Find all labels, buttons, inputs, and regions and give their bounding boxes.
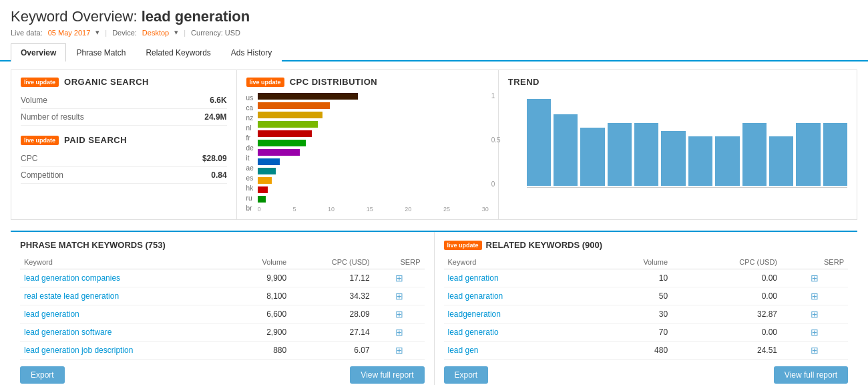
paid-search-header: live update PAID SEARCH — [21, 135, 227, 145]
phrase-match-export-button[interactable]: Export — [20, 366, 65, 384]
cpc-bar-row — [258, 158, 489, 166]
cpc-bar — [258, 186, 268, 193]
table-row: lead generation job description 880 6.07… — [20, 342, 425, 360]
cpc-value: $28.09 — [202, 154, 227, 163]
col-serp-rel: SERP — [781, 255, 848, 269]
related-serp[interactable]: ⊞ — [781, 342, 848, 360]
related-cpc: 0.00 — [672, 324, 781, 342]
related-keywords-panel: live update RELATED KEYWORDS (900) Keywo… — [435, 232, 858, 385]
related-keyword[interactable]: leadgeneration — [444, 305, 595, 324]
table-row: lead genaration 50 0.00 ⊞ — [444, 287, 849, 305]
organic-search-header: live update ORGANIC SEARCH — [21, 77, 227, 87]
cpc-bar-row — [258, 148, 489, 156]
top-panels: live update ORGANIC SEARCH Volume 6.6K N… — [11, 70, 857, 220]
cpc-bar — [258, 149, 300, 156]
table-row: lead generation software 2,900 27.14 ⊞ — [20, 324, 425, 342]
related-export-button[interactable]: Export — [444, 366, 489, 384]
cpc-bar — [258, 130, 312, 137]
related-serp[interactable]: ⊞ — [781, 324, 848, 342]
phrase-match-serp[interactable]: ⊞ — [374, 287, 425, 305]
cpc-distribution-panel: live update CPC DISTRIBUTION uscanznlfrd… — [237, 70, 499, 219]
phrase-match-keyword[interactable]: lead generation software — [20, 324, 232, 342]
cpc-bar-row — [258, 111, 489, 119]
trend-bar — [688, 136, 712, 186]
phrase-match-volume: 8,100 — [232, 287, 290, 305]
related-volume: 70 — [594, 324, 672, 342]
volume-value: 6.6K — [210, 96, 226, 105]
related-keyword[interactable]: lead gen — [444, 342, 595, 360]
cpc-label-de: de — [246, 144, 254, 152]
live-data-date[interactable]: 05 May 2017 — [48, 29, 91, 37]
related-full-report-button[interactable]: View full report — [774, 366, 848, 384]
results-label: Number of results — [21, 112, 84, 122]
tab-ads-history[interactable]: Ads History — [221, 43, 282, 61]
tab-phrase-match[interactable]: Phrase Match — [66, 43, 136, 61]
cpc-bar-row — [258, 186, 489, 194]
related-keyword[interactable]: lead generatio — [444, 324, 595, 342]
chevron-down-icon-device: ▾ — [174, 28, 178, 37]
phrase-match-keyword[interactable]: lead generation job description — [20, 342, 232, 360]
table-row: real estate lead generation 8,100 34.32 … — [20, 287, 425, 305]
col-cpc: CPC (USD) — [290, 255, 373, 269]
phrase-match-cpc: 34.32 — [290, 287, 373, 305]
competition-label: Competition — [21, 170, 63, 180]
cpc-label-ru: ru — [246, 194, 254, 203]
phrase-match-keyword[interactable]: lead generation — [20, 305, 232, 324]
cpc-bar-row — [258, 120, 489, 128]
related-serp[interactable]: ⊞ — [781, 287, 848, 305]
cpc-bars — [258, 92, 489, 203]
cpc-label-nz: nz — [246, 114, 254, 122]
phrase-match-full-report-button[interactable]: View full report — [350, 366, 424, 384]
phrase-match-title: PHRASE MATCH KEYWORDS (753) — [20, 240, 425, 250]
trend-bars — [527, 92, 847, 186]
bottom-section: PHRASE MATCH KEYWORDS (753) Keyword Volu… — [11, 231, 857, 385]
cpc-bar — [258, 140, 306, 146]
table-row: lead genration 10 0.00 ⊞ — [444, 269, 849, 287]
cpc-labels: uscanznlfrdeitaeeshkrubr — [246, 92, 254, 213]
table-row: lead gen 480 24.51 ⊞ — [444, 342, 849, 360]
title-prefix: Keyword Overview: — [11, 8, 142, 25]
phrase-match-keyword[interactable]: lead generation companies — [20, 269, 232, 287]
page-header: Keyword Overview: lead generation Live d… — [0, 0, 868, 39]
volume-row: Volume 6.6K — [21, 92, 227, 109]
cpc-bar-row — [258, 195, 489, 203]
paid-search-title: PAID SEARCH — [64, 135, 127, 145]
cpc-label-us: us — [246, 94, 254, 102]
phrase-match-serp[interactable]: ⊞ — [374, 342, 425, 360]
related-serp[interactable]: ⊞ — [781, 269, 848, 287]
related-keyword[interactable]: lead genaration — [444, 287, 595, 305]
cpc-label-fr: fr — [246, 134, 254, 142]
trend-bar — [661, 131, 685, 186]
device-value[interactable]: Desktop — [142, 29, 169, 37]
phrase-match-serp[interactable]: ⊞ — [374, 305, 425, 324]
phrase-match-cpc: 6.07 — [290, 342, 373, 360]
trend-y-labels: 10.50 — [491, 92, 501, 188]
phrase-match-cpc: 27.14 — [290, 324, 373, 342]
live-data-label: Live data: — [11, 29, 43, 37]
phrase-match-volume: 880 — [232, 342, 290, 360]
phrase-match-serp[interactable]: ⊞ — [374, 324, 425, 342]
table-row: lead generation companies 9,900 17.12 ⊞ — [20, 269, 425, 287]
phrase-match-keyword[interactable]: real estate lead generation — [20, 287, 232, 305]
currency-label: Currency: USD — [191, 29, 240, 37]
phrase-match-serp[interactable]: ⊞ — [374, 269, 425, 287]
tab-overview[interactable]: Overview — [11, 43, 66, 61]
trend-bar — [742, 123, 767, 186]
cpc-label-es: es — [246, 174, 254, 182]
page-title: Keyword Overview: lead generation — [11, 8, 857, 25]
cpc-bar — [258, 93, 358, 100]
related-keyword[interactable]: lead genration — [444, 269, 595, 287]
phrase-match-actions: Export View full report — [20, 366, 425, 384]
trend-bar — [527, 99, 551, 186]
related-serp[interactable]: ⊞ — [781, 305, 848, 324]
related-cpc: 32.87 — [672, 305, 781, 324]
tab-related-keywords[interactable]: Related Keywords — [136, 43, 220, 61]
results-value: 24.9M — [204, 112, 226, 122]
trend-bar — [769, 136, 793, 186]
cpc-row: CPC $28.09 — [21, 150, 227, 167]
cpc-bar — [258, 102, 330, 109]
table-row: lead generatio 70 0.00 ⊞ — [444, 324, 849, 342]
related-volume: 480 — [594, 342, 672, 360]
cpc-bar — [258, 168, 276, 174]
trend-panel: TREND 10.50 — [499, 70, 857, 219]
